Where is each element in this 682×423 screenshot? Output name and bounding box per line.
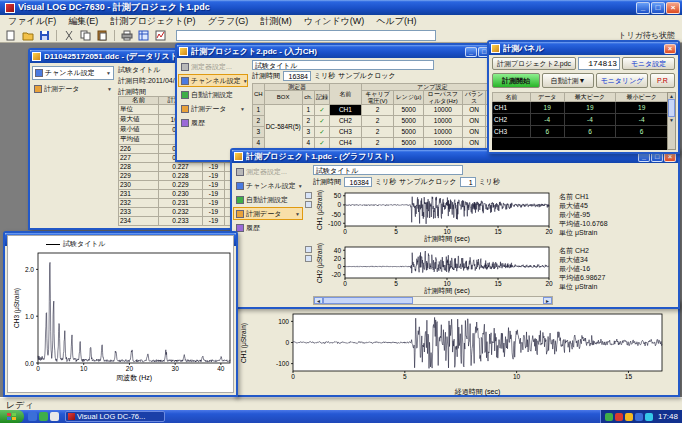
maximize-button[interactable]: □ [651, 2, 665, 14]
sidebar-item-channel-settings[interactable]: チャンネル設定▼ [178, 74, 248, 87]
live-values-table[interactable]: 名前 データ 最大ピーク 最小ピーク CH1 19 19 [492, 92, 668, 138]
menu-item[interactable]: 編集(E) [62, 15, 104, 28]
chart-label: 0 [336, 280, 354, 287]
table-row[interactable]: 230 0.229 -19 0 [119, 180, 243, 189]
toolbar-combo[interactable] [176, 30, 436, 41]
scrollbar-thumb[interactable] [668, 99, 675, 117]
close-button[interactable]: × [666, 2, 680, 14]
auto-measure-button[interactable]: 自動計測▼ [542, 73, 594, 88]
table-row[interactable]: 234 0.233 -19 0 [119, 216, 243, 225]
scroll-down-icon[interactable]: ▼ [668, 117, 675, 123]
scroll-up-icon[interactable]: ▲ [668, 93, 675, 99]
menu-item[interactable]: ウィンドウ(W) [298, 15, 371, 28]
chart-tool-icon[interactable] [305, 192, 312, 199]
graph-view-icon[interactable] [153, 29, 168, 42]
taskbar-app-label: Visual LOG DC-76... [77, 412, 145, 421]
save-icon[interactable] [37, 29, 52, 42]
measure-data-label: 計測データ [44, 84, 79, 94]
taskbar-app-button[interactable]: Visual LOG DC-76... [65, 411, 165, 422]
scroll-right-icon[interactable]: ► [543, 297, 552, 304]
monitoring-button[interactable]: モニタリング [596, 73, 648, 88]
panel-titlebar[interactable]: 計測パネル × [489, 42, 678, 55]
tray-icon[interactable] [605, 413, 613, 421]
channel-settings-dropdown[interactable]: チャンネル設定 ▼ [32, 66, 114, 80]
scroll-left-icon[interactable]: ◄ [314, 297, 323, 304]
duration-unit: ミリ秒 [314, 71, 335, 81]
test-title-field[interactable]: 試験タイトル [313, 165, 463, 175]
minimize-button[interactable]: _ [465, 47, 477, 57]
scrollbar-thumb[interactable] [323, 297, 413, 304]
app-titlebar[interactable]: Visual LOG DC-7630 - 計測プロジェクト1.pdc _ □ × [0, 0, 682, 15]
table-row[interactable]: 232 0.231 -19 0 [119, 198, 243, 207]
quicklaunch-icon[interactable] [28, 412, 37, 421]
start-button[interactable] [0, 410, 24, 423]
table-view-icon[interactable] [136, 29, 151, 42]
cut-icon[interactable] [61, 29, 76, 42]
sidebar-item-history[interactable]: 履歴 [178, 116, 248, 129]
test-title-field[interactable]: 試験タイトル [252, 60, 434, 70]
start-measure-button[interactable]: 計測開始 [492, 73, 540, 88]
menu-item[interactable]: グラフ(G) [202, 15, 255, 28]
channel-table[interactable]: CH 測定器 名前 アンプ設定 BOX ch. 記録 キャリブ電圧(V) レンジ… [252, 83, 504, 149]
open-folder-icon[interactable] [20, 29, 35, 42]
window-input-ch: 計測プロジェクト2.pdc - (入力CH) _ □ × 測定器設定... チャ… [175, 43, 507, 162]
status-bar: レディ [0, 397, 682, 410]
table-row[interactable]: 231 0.230 -19 -1 [119, 189, 243, 198]
col-data: データ [530, 93, 564, 102]
chart-label: 30 [166, 365, 184, 372]
chart-tool-icon[interactable] [305, 246, 312, 253]
duration-value[interactable]: 16384 [283, 71, 311, 81]
duration-value[interactable]: 16384 [344, 177, 372, 187]
sidebar-item-device-settings[interactable]: 測定器設定... [233, 165, 303, 178]
table-row[interactable]: 228 0.227 -19 0 [119, 162, 243, 171]
sidebar-item-channel-settings[interactable]: チャンネル設定▼ [233, 179, 303, 192]
new-file-icon[interactable] [3, 29, 18, 42]
hdr-amp: アンプ設定 [361, 84, 503, 91]
table-row[interactable]: 233 0.232 -19 -1 [119, 207, 243, 216]
tray-icon[interactable] [635, 413, 643, 421]
live-value-row[interactable]: CH2 -4 -4 -4 [493, 114, 668, 126]
channel-row[interactable]: 1 DC-584R(5) 1 ✓ CH1 2 5000 10000 ON 1 [253, 104, 504, 115]
trigger-status: トリガ待ち状態 [618, 30, 679, 41]
live-value-row[interactable]: CH1 19 19 19 [493, 102, 668, 114]
live-value-row[interactable]: CH3 6 6 6 [493, 126, 668, 138]
history-icon [181, 119, 189, 127]
menu-item[interactable]: ファイル(F) [2, 15, 62, 28]
close-button[interactable]: × [664, 44, 676, 54]
sidebar-item-measure-data[interactable]: 計測データ▼ [178, 102, 248, 115]
inputch-titlebar[interactable]: 計測プロジェクト2.pdc - (入力CH) _ □ × [177, 45, 505, 58]
app-icon [68, 413, 75, 420]
hdr-box: BOX [264, 91, 302, 105]
table-row[interactable]: 229 0.228 -19 -1 [119, 171, 243, 180]
chart-label: 計測時間 (sec) [402, 234, 492, 244]
menu-item[interactable]: 計測(M) [254, 15, 298, 28]
sidebar-item-history[interactable]: 履歴 [233, 221, 303, 234]
pr-button[interactable]: P.R [650, 73, 675, 88]
copy-icon[interactable] [78, 29, 93, 42]
monitor-settings-button[interactable]: モニタ設定 [622, 57, 675, 70]
sidebar-item-label: チャンネル設定 [191, 76, 241, 86]
sidebar-item-auto-measure[interactable]: 自動計測設定 [178, 88, 248, 101]
print-icon[interactable] [119, 29, 134, 42]
paste-icon[interactable] [95, 29, 110, 42]
measure-data-button[interactable]: 計測データ ▼ [31, 82, 115, 95]
quicklaunch-icon[interactable] [39, 412, 48, 421]
horizontal-scrollbar[interactable]: ◄ ► [313, 296, 553, 305]
sidebar-item-label: 測定器設定... [191, 62, 232, 72]
tray-icon[interactable] [615, 413, 623, 421]
menu-item[interactable]: 計測プロジェクト(P) [104, 15, 201, 28]
tray-icon[interactable] [645, 413, 653, 421]
vertical-scrollbar[interactable]: ▲ ▼ [667, 92, 676, 150]
quicklaunch-icon[interactable] [50, 412, 59, 421]
chart-tool-icon[interactable] [305, 201, 312, 208]
sidebar-item-device-settings[interactable]: 測定器設定... [178, 60, 248, 73]
sampleclock-value[interactable]: 1 [460, 177, 476, 187]
sidebar-item-measure-data[interactable]: 計測データ▼ [233, 207, 303, 220]
sidebar-item-auto-measure[interactable]: 自動計測設定 [233, 193, 303, 206]
project-button[interactable]: 計測プロジェクト2.pdc [492, 57, 576, 70]
inputch-content: 試験タイトル 計測時間 16384 ミリ秒 サンプルクロック CH 測定器 名前… [250, 59, 504, 159]
tray-icon[interactable] [625, 413, 633, 421]
menu-item[interactable]: ヘルプ(H) [370, 15, 422, 28]
minimize-button[interactable]: _ [636, 2, 650, 14]
chart-tool-icon[interactable] [305, 255, 312, 262]
